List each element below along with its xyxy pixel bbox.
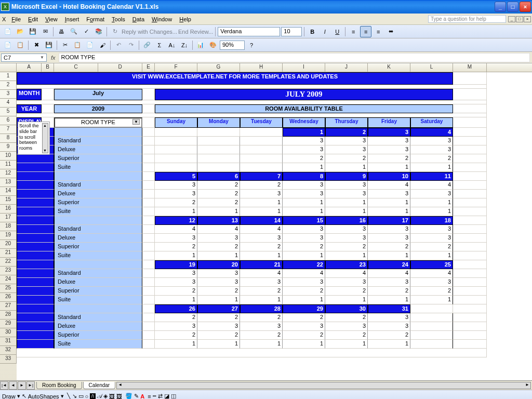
italic-button[interactable]: I xyxy=(319,26,330,37)
arrow-line-button[interactable]: ↘ xyxy=(72,393,77,399)
day-header[interactable]: Wednesday xyxy=(283,117,325,128)
row-25[interactable]: 25 xyxy=(0,284,17,293)
redo-button[interactable]: ↷ xyxy=(125,39,137,51)
row-20[interactable]: 20 xyxy=(0,240,17,249)
col-B[interactable]: B xyxy=(42,63,54,72)
picture-button[interactable]: 🖼 xyxy=(116,393,122,400)
day-header[interactable]: Friday xyxy=(368,117,410,128)
row-5[interactable]: 5 xyxy=(0,108,17,116)
row-21[interactable]: 21 xyxy=(0,249,17,258)
col-D[interactable]: D xyxy=(98,63,142,72)
select-all-cell[interactable] xyxy=(0,63,17,72)
formula-bar[interactable]: ROOM TYPE xyxy=(59,53,530,62)
preview-button[interactable]: 🔍 xyxy=(68,26,79,37)
align-right-button[interactable]: ≡ xyxy=(373,26,384,37)
sort-asc-button[interactable]: A↓ xyxy=(166,39,178,51)
row-6[interactable]: 6 xyxy=(0,116,17,125)
rect-button[interactable]: ▭ xyxy=(78,393,84,399)
font-color-button[interactable]: A xyxy=(140,393,144,400)
help-search-box[interactable]: Type a question for help xyxy=(428,15,506,23)
row-33[interactable]: 33 xyxy=(0,355,17,364)
fx-icon[interactable]: fx xyxy=(48,55,59,61)
format-painter-button[interactable]: 🖌 xyxy=(97,39,108,51)
zoom-selector[interactable]: 90% xyxy=(220,41,245,50)
textbox-button[interactable]: 🅰 xyxy=(90,393,96,400)
col-E[interactable]: E xyxy=(142,63,155,72)
save-as-button[interactable]: 💾 xyxy=(43,39,55,51)
print-button[interactable]: 🖶 xyxy=(56,26,67,37)
paste-button[interactable]: 📄 xyxy=(84,39,96,51)
autoshapes-menu[interactable]: AutoShapes xyxy=(28,393,59,400)
shadow-button[interactable]: ◪ xyxy=(164,393,169,399)
merge-center-button[interactable]: ⬌ xyxy=(385,26,396,37)
row-14[interactable]: 14 xyxy=(0,187,17,196)
menu-data[interactable]: Data xyxy=(129,15,148,23)
new-doc-button[interactable]: 📄 xyxy=(2,39,14,51)
row-30[interactable]: 30 xyxy=(0,328,17,337)
col-K[interactable]: K xyxy=(368,63,410,72)
row-27[interactable]: 27 xyxy=(0,302,17,311)
cell-grid[interactable]: VISIT WWW.EXCELTEMPLATE.NET FOR MORE TEM… xyxy=(17,72,532,380)
tab-next[interactable]: ► xyxy=(18,381,26,390)
close-button[interactable]: × xyxy=(520,2,531,12)
row-3[interactable]: 3 xyxy=(0,90,17,99)
menu-edit[interactable]: Edit xyxy=(24,15,42,23)
wb-close[interactable]: × xyxy=(524,16,531,22)
row-10[interactable]: 10 xyxy=(0,152,17,161)
col-L[interactable]: L xyxy=(410,63,453,72)
copy-button[interactable]: 📋 xyxy=(72,39,83,51)
row-32[interactable]: 32 xyxy=(0,346,17,355)
spell-button[interactable]: ✓ xyxy=(81,26,92,37)
day-header[interactable]: Saturday xyxy=(410,117,453,128)
line-style-button[interactable]: ≡ xyxy=(148,393,151,400)
autosum-button[interactable]: Σ xyxy=(154,39,165,51)
row-8[interactable]: 8 xyxy=(0,134,17,143)
col-A[interactable]: A xyxy=(17,63,42,72)
help-button[interactable]: ? xyxy=(246,39,257,51)
dash-style-button[interactable]: ┅ xyxy=(153,393,156,399)
row-19[interactable]: 19 xyxy=(0,231,17,240)
line-button[interactable]: ╲ xyxy=(67,393,71,399)
tab-calendar[interactable]: Calendar xyxy=(83,382,116,389)
horizontal-scrollbar[interactable] xyxy=(116,382,531,389)
col-H[interactable]: H xyxy=(240,63,283,72)
col-C[interactable]: C xyxy=(54,63,98,72)
select-objects-button[interactable]: ↖ xyxy=(22,393,26,399)
bold-button[interactable]: B xyxy=(307,26,318,37)
row-11[interactable]: 11 xyxy=(0,161,17,169)
col-F[interactable]: F xyxy=(155,63,197,72)
row-24[interactable]: 24 xyxy=(0,275,17,284)
chart-button[interactable]: 📊 xyxy=(195,39,206,51)
wordart-button[interactable]: 𝒜 xyxy=(97,393,102,399)
diagram-button[interactable]: ◈ xyxy=(103,393,108,399)
row-12[interactable]: 12 xyxy=(0,169,17,178)
template-button[interactable]: 📋 xyxy=(15,39,26,51)
tab-prev[interactable]: ◄ xyxy=(9,381,17,390)
menu-file[interactable]: File xyxy=(8,15,24,23)
menu-insert[interactable]: Insert xyxy=(61,15,83,23)
font-size-selector[interactable]: 10 xyxy=(281,27,302,36)
cut-button[interactable]: ✂ xyxy=(59,39,71,51)
row-7[interactable]: 7 xyxy=(0,125,17,134)
row-16[interactable]: 16 xyxy=(0,205,17,214)
drawing-button[interactable]: 🎨 xyxy=(207,39,219,51)
line-color-button[interactable]: ✎ xyxy=(134,393,139,399)
row-13[interactable]: 13 xyxy=(0,178,17,187)
hyperlink-button[interactable]: 🔗 xyxy=(141,39,153,51)
row-22[interactable]: 22 xyxy=(0,258,17,267)
row-17[interactable]: 17 xyxy=(0,214,17,222)
menu-window[interactable]: Window xyxy=(148,15,176,23)
row-1[interactable]: 1 xyxy=(0,72,17,81)
day-header[interactable]: Thursday xyxy=(325,117,368,128)
new-button[interactable]: 📄 xyxy=(2,26,14,37)
oval-button[interactable]: ○ xyxy=(85,393,89,400)
fill-color-button[interactable]: 🪣 xyxy=(125,393,132,399)
open-button[interactable]: 📂 xyxy=(15,26,26,37)
font-selector[interactable]: Verdana xyxy=(218,27,280,36)
col-M[interactable]: M xyxy=(453,63,487,72)
clipart-button[interactable]: 🖼 xyxy=(109,393,115,400)
day-header[interactable]: Sunday xyxy=(155,117,197,128)
minimize-button[interactable]: _ xyxy=(495,2,506,12)
row-31[interactable]: 31 xyxy=(0,337,17,346)
menu-view[interactable]: View xyxy=(42,15,61,23)
